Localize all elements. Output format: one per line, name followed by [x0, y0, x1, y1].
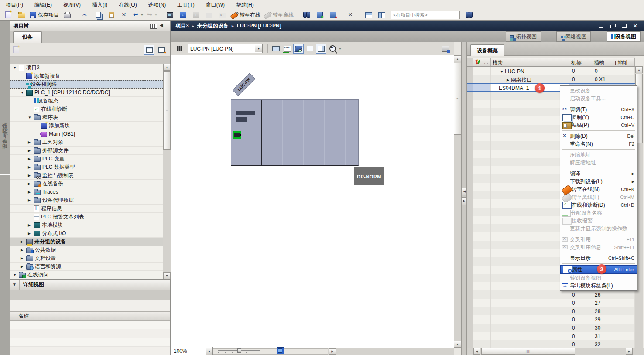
canvas-scroll-right-icon[interactable]: ▶	[329, 348, 336, 355]
module-cell[interactable]	[491, 141, 569, 150]
overview-empty-row[interactable]: 027	[467, 299, 635, 307]
module-cell[interactable]	[491, 332, 569, 340]
menu-item-start-device-tool[interactable]: 启动设备工具...	[560, 95, 637, 102]
device-view-canvas[interactable]: LUC-PN DP-NORM	[171, 55, 454, 348]
print-button[interactable]	[61, 10, 73, 20]
module-cell[interactable]	[491, 290, 569, 299]
tree-expanded-arrow-icon[interactable]: ▼	[13, 273, 19, 277]
tree-item-documentation-settings[interactable]: ▶文档设置	[10, 254, 163, 263]
tree-collapsed-arrow-icon[interactable]: ▶	[28, 174, 34, 178]
module-cell[interactable]	[491, 232, 569, 241]
stop-simulation-button[interactable]	[327, 10, 339, 20]
menubar-item-1[interactable]: 项目(P)	[0, 0, 29, 10]
breadcrumb-item-3[interactable]: LUC-PN [LUC-PN]	[237, 23, 281, 29]
module-cell[interactable]	[491, 174, 569, 183]
row-selector[interactable]	[467, 208, 473, 216]
zoom-level-select[interactable]: 100% ▼	[171, 347, 213, 355]
module-cell[interactable]	[491, 183, 569, 191]
minimize-icon[interactable]	[597, 22, 606, 29]
row-selector[interactable]	[467, 257, 473, 266]
tree-item-ungrouped-devices[interactable]: ▶未分组的设备	[10, 238, 163, 246]
station-options-button[interactable]	[174, 44, 185, 54]
menu-item-compile[interactable]: 编译▶	[560, 170, 637, 178]
menubar-item-4[interactable]: 插入(I)	[86, 0, 113, 10]
go-online-button[interactable]: 转至在线	[230, 10, 262, 20]
fit-to-view-icon[interactable]	[277, 347, 284, 354]
menu-item-export-module-labeling-strips[interactable]: 导出模块标签条(L)...	[560, 282, 637, 290]
module-cell[interactable]: ▼LUC-PN	[491, 67, 569, 75]
stop-cpu-button[interactable]	[216, 10, 229, 20]
tree-expanded-arrow-icon[interactable]: ▼	[21, 91, 26, 95]
row-selector[interactable]	[467, 274, 473, 282]
tab-device-view[interactable]: 设备视图	[607, 31, 641, 42]
module-cell[interactable]	[491, 299, 569, 307]
tree-collapsed-arrow-icon[interactable]: ▶	[21, 240, 26, 244]
dropdown-caret-icon[interactable]: ±	[155, 13, 157, 17]
overview-scroll-right-icon[interactable]: ▶	[626, 348, 633, 355]
menu-item-change-device[interactable]: 更改设备	[560, 87, 637, 95]
tree-item-add-new-block[interactable]: 添加新块	[10, 122, 163, 130]
row-selector[interactable]	[467, 108, 473, 116]
module-cell[interactable]	[491, 208, 569, 216]
row-expanded-arrow-icon[interactable]: ▼	[499, 70, 505, 74]
menu-item-paste[interactable]: 粘贴(P)Ctrl+V	[560, 121, 637, 129]
canvas-scroll-down-icon[interactable]: ▼	[454, 341, 461, 348]
row-selector[interactable]	[467, 216, 473, 224]
collapse-panel-icon[interactable]	[160, 23, 167, 29]
canvas-scroll-up-icon[interactable]: ▲	[454, 55, 461, 62]
row-selector[interactable]	[467, 125, 473, 133]
copy-button[interactable]	[92, 10, 104, 20]
row-selector[interactable]	[467, 166, 473, 174]
zoom-caret-icon[interactable]: ±	[339, 47, 341, 51]
module-cell[interactable]	[491, 274, 569, 282]
tab-network-view[interactable]: 网络视图	[556, 31, 591, 42]
zoom-slider-knob[interactable]	[237, 348, 241, 353]
paste-button[interactable]	[105, 10, 117, 20]
canvas-vscroll-thumb[interactable]: ≡	[454, 63, 461, 135]
overview-scroll-left-icon[interactable]: ◀	[473, 348, 480, 355]
fit-width-button[interactable]	[271, 44, 281, 54]
save-project-button[interactable]: 保存项目	[28, 10, 60, 20]
tree-item-distributed-io[interactable]: ▶分布式 I/O	[10, 229, 163, 238]
row-selector[interactable]	[467, 84, 473, 91]
tree-expanded-arrow-icon[interactable]: ▼	[13, 66, 19, 70]
tree-item-traces[interactable]: ▶Traces	[10, 188, 163, 196]
module-cell[interactable]	[491, 216, 569, 224]
close-icon[interactable]: ✕	[631, 22, 640, 29]
menu-item-cross-references[interactable]: 交叉引用F11	[560, 236, 637, 243]
module-cell[interactable]	[491, 249, 569, 257]
row-selector[interactable]	[467, 67, 473, 75]
row-selector[interactable]	[467, 224, 473, 232]
tree-item-local-modules[interactable]: ▶本地模块	[10, 221, 163, 229]
row-selector[interactable]	[467, 315, 473, 324]
tree-item-external-source-files[interactable]: ▶外部源文件	[10, 147, 163, 155]
online-diagnostics-button[interactable]	[301, 10, 313, 20]
menu-item-cross-reference-info[interactable]: 交叉引用信息Shift+F11	[560, 243, 637, 251]
tree-item-online-backups[interactable]: ▶在线备份	[10, 180, 163, 188]
zoom-slider[interactable]	[218, 348, 260, 354]
row-selector[interactable]	[467, 92, 473, 100]
devices-networks-vertical-tab[interactable]: 设备与网络	[1, 115, 9, 157]
menu-item-decompress-addresses[interactable]: 解压缩地址	[560, 159, 637, 167]
tree-collapsed-arrow-icon[interactable]: ▶	[28, 223, 34, 227]
tree-item-plc-tags[interactable]: ▶PLC 变量	[10, 155, 163, 163]
module-cell[interactable]	[491, 158, 569, 166]
splitter-collapse-right-icon[interactable]: ▶	[462, 197, 467, 205]
go-offline-button[interactable]: 转至离线	[263, 10, 295, 20]
row-selector[interactable]	[467, 307, 473, 315]
menubar-item-2[interactable]: 编辑(E)	[29, 0, 58, 10]
row-selector[interactable]	[467, 191, 473, 199]
overview-hscroll-thumb[interactable]: ||||	[481, 348, 575, 355]
row-selector[interactable]	[467, 232, 473, 241]
canvas-vscrollbar[interactable]: ▲ ≡ ▼	[454, 55, 461, 348]
detail-view-header[interactable]: ▼ 详细视图	[10, 279, 170, 290]
row-collapsed-arrow-icon[interactable]: ▶	[505, 78, 511, 82]
row-selector[interactable]	[467, 241, 473, 249]
menu-item-online-and-diagnostics[interactable]: 在线和诊断(D)Ctrl+D	[560, 201, 637, 209]
overview-row-luc-pn[interactable]: ▼LUC-PN00	[467, 67, 635, 75]
tree-scroll-up-icon[interactable]: ▲	[163, 64, 171, 71]
undo-button[interactable]: ±	[131, 10, 144, 20]
zoom-button[interactable]	[327, 44, 338, 54]
tree-collapsed-arrow-icon[interactable]: ▶	[28, 190, 34, 194]
module-cell[interactable]	[491, 125, 569, 133]
